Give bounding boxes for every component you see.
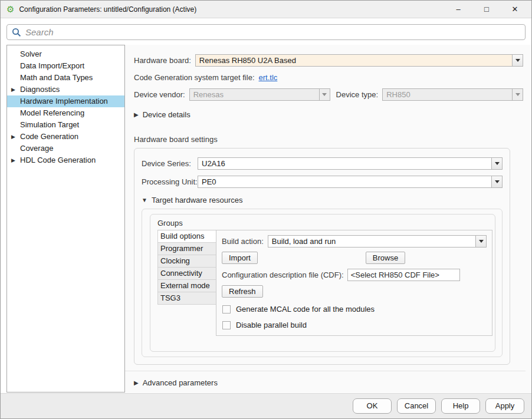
build-action-select[interactable]: Build, load and run (268, 235, 487, 248)
apply-button[interactable]: Apply (485, 398, 524, 414)
sidebar-item-math-and-data-types[interactable]: Math and Data Types (7, 72, 124, 84)
hardware-board-label: Hardware board: (134, 56, 191, 65)
hardware-board-value: Renesas RH850 U2A Based (196, 55, 512, 66)
device-series-label: Device Series: (142, 159, 198, 168)
sidebar-item-hdl-code-generation[interactable]: ▶HDL Code Generation (7, 154, 124, 166)
sidebar-item-model-referencing[interactable]: Model Referencing (7, 107, 124, 119)
ert-tlc-link[interactable]: ert.tlc (259, 73, 278, 82)
processing-unit-row: Processing Unit: PE0 (142, 176, 503, 188)
target-resources-frame: Groups Build options Programmer Clocking… (142, 209, 503, 357)
build-action-label: Build action: (222, 237, 264, 246)
ok-button[interactable]: OK (353, 398, 392, 414)
sidebar-item-solver[interactable]: Solver (7, 48, 124, 60)
dropdown-arrow-icon[interactable] (512, 55, 523, 66)
disable-parallel-checkbox[interactable] (222, 321, 231, 329)
device-series-select[interactable]: U2A16 (198, 157, 503, 170)
expand-arrow-icon[interactable]: ▶ (11, 154, 15, 166)
sidebar-item-data-import-export[interactable]: Data Import/Export (7, 60, 124, 72)
search-icon (12, 28, 21, 37)
tab-clocking[interactable]: Clocking (157, 255, 216, 268)
expanded-arrow-icon: ▼ (142, 197, 147, 203)
sidebar-item-simulation-target[interactable]: Simulation Target (7, 119, 124, 131)
groups-frame: Groups Build options Programmer Clocking… (150, 214, 495, 352)
dropdown-arrow-icon (512, 89, 523, 100)
import-browse-row: Import Browse (222, 252, 487, 264)
groups-tab-list: Build options Programmer Clocking Connec… (157, 230, 216, 305)
dropdown-arrow-icon[interactable] (491, 176, 502, 187)
hardware-board-select[interactable]: Renesas RH850 U2A Based (195, 54, 523, 67)
tab-programmer[interactable]: Programmer (157, 243, 216, 255)
tab-connectivity[interactable]: Connectivity (157, 268, 216, 280)
sidebar-item-coverage[interactable]: Coverage (7, 143, 124, 154)
groups-label: Groups (157, 219, 492, 227)
build-options-panel: Build action: Build, load and run Import… (216, 230, 492, 336)
maximize-icon[interactable]: □ (481, 5, 492, 14)
dialog-body: Solver Data Import/Export Math and Data … (1, 45, 531, 392)
device-details-label: Device details (143, 110, 191, 119)
dropdown-arrow-icon[interactable] (475, 236, 486, 247)
generate-mcal-label: Generate MCAL code for all the modules (236, 305, 375, 314)
device-series-row: Device Series: U2A16 (142, 157, 503, 170)
window-title: Configuration Parameters: untitled/Confi… (19, 5, 196, 14)
device-series-value: U2A16 (198, 158, 491, 169)
search-input[interactable] (25, 27, 520, 37)
advanced-parameters-label: Advanced parameters (143, 378, 218, 387)
hardware-board-row: Hardware board: Renesas RH850 U2A Based (134, 54, 526, 67)
build-action-row: Build action: Build, load and run (222, 235, 487, 248)
collapsed-arrow-icon: ▶ (134, 380, 139, 386)
sidebar-item-code-generation[interactable]: ▶Code Generation (7, 131, 124, 143)
import-button[interactable]: Import (222, 252, 258, 264)
title-bar: ⚙ Configuration Parameters: untitled/Con… (1, 1, 531, 18)
device-type-select: RH850 (382, 88, 523, 101)
dropdown-arrow-icon (319, 89, 330, 100)
advanced-parameters-toggle[interactable]: ▶ Advanced parameters (134, 378, 526, 387)
device-type-label: Device type: (336, 90, 379, 99)
refresh-row: Refresh (222, 285, 487, 298)
sidebar-item-diagnostics[interactable]: ▶Diagnostics (7, 84, 124, 95)
disable-parallel-label: Disable parallel build (236, 321, 307, 329)
category-tree: Solver Data Import/Export Math and Data … (6, 45, 125, 392)
device-details-toggle[interactable]: ▶ Device details (134, 110, 526, 119)
minimize-icon[interactable]: – (452, 5, 464, 14)
main-pane: Hardware board: Renesas RH850 U2A Based … (125, 45, 531, 392)
target-file-row: Code Generation system target file: ert.… (134, 73, 526, 82)
search-box[interactable] (6, 24, 526, 40)
device-row: Device vendor: Renesas Device type: RH85… (134, 88, 526, 101)
search-row (1, 18, 531, 45)
tab-tsg3[interactable]: TSG3 (157, 292, 216, 305)
cancel-button[interactable]: Cancel (397, 398, 436, 414)
generate-mcal-row: Generate MCAL code for all the modules (222, 305, 487, 314)
generate-mcal-checkbox[interactable] (222, 305, 231, 314)
expand-arrow-icon[interactable]: ▶ (11, 84, 15, 95)
cdf-row: Configuration description file (CDF): <S… (222, 269, 487, 281)
processing-unit-select[interactable]: PE0 (198, 176, 503, 188)
section-divider (125, 371, 526, 371)
dialog-footer: OK Cancel Help Apply (1, 393, 531, 418)
tab-build-options[interactable]: Build options (157, 230, 216, 243)
disable-parallel-row: Disable parallel build (222, 321, 487, 329)
device-vendor-label: Device vendor: (134, 90, 185, 99)
refresh-button[interactable]: Refresh (222, 285, 263, 298)
board-settings-title: Hardware board settings (134, 135, 526, 144)
window-controls: – □ ✕ (452, 5, 526, 14)
close-icon[interactable]: ✕ (509, 5, 521, 14)
sidebar-item-hardware-implementation[interactable]: Hardware Implementation (7, 95, 124, 107)
device-vendor-select: Renesas (189, 88, 330, 101)
device-vendor-value: Renesas (190, 89, 319, 100)
collapsed-arrow-icon: ▶ (134, 111, 139, 118)
browse-button[interactable]: Browse (366, 252, 405, 264)
cdf-label: Configuration description file (CDF): (222, 270, 344, 279)
target-file-label: Code Generation system target file: (134, 73, 255, 82)
configuration-gear-icon: ⚙ (6, 5, 14, 14)
cdf-file-input[interactable]: <Select RH850 CDF File> (347, 269, 460, 281)
tab-external-mode[interactable]: External mode (157, 280, 216, 292)
processing-unit-value: PE0 (198, 176, 491, 187)
processing-unit-label: Processing Unit: (142, 177, 198, 186)
target-resources-label: Target hardware resources (152, 196, 243, 204)
device-type-value: RH850 (383, 89, 512, 100)
help-button[interactable]: Help (441, 398, 480, 414)
target-resources-toggle[interactable]: ▼ Target hardware resources (142, 196, 503, 204)
dropdown-arrow-icon[interactable] (491, 158, 502, 169)
expand-arrow-icon[interactable]: ▶ (11, 131, 15, 143)
board-settings-groupbox: Device Series: U2A16 Processing Unit: PE… (134, 148, 510, 365)
